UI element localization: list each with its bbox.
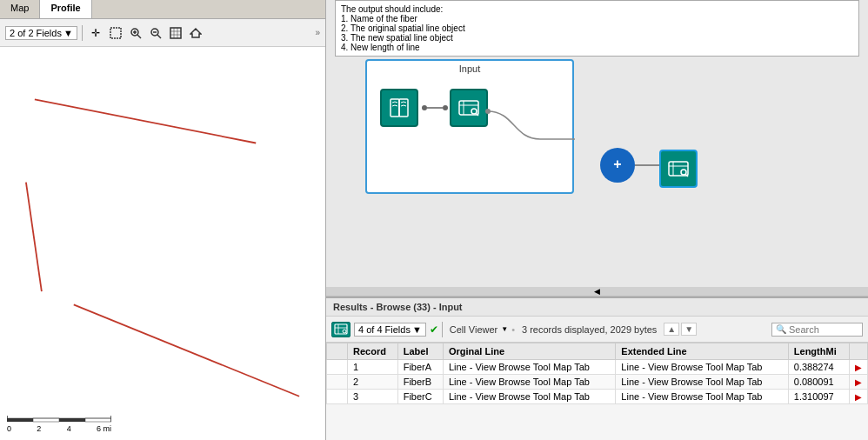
cell-viewer-arrow: ▼	[501, 325, 508, 333]
cell-original-2: Line - View Browse Tool Map Tab	[443, 375, 615, 390]
cell-length-2: 0.080091	[788, 375, 849, 390]
svg-line-6	[157, 35, 161, 38]
sort-buttons: ▲ ▼	[664, 323, 697, 336]
col-header-label[interactable]: Label	[397, 343, 443, 360]
cell-label-2: FiberB	[397, 375, 443, 390]
cell-label-3: FiberC	[397, 390, 443, 404]
main-container: Map Profile 2 of 2 Fields ▼ ✛	[0, 0, 868, 440]
scale-bar: 0 2 4 6 mi	[7, 411, 111, 433]
home-icon	[190, 27, 202, 39]
browse1-icon	[457, 96, 481, 120]
results-table: Record Label Orginal Line Extended Line …	[326, 343, 868, 404]
select-tool-button[interactable]	[107, 24, 124, 42]
input-group-box: Input	[365, 59, 574, 194]
svg-rect-8	[170, 28, 181, 38]
cell-record-1: 1	[348, 360, 398, 375]
home-button[interactable]	[187, 24, 204, 42]
fields-dropdown-arrow: ▼	[412, 324, 422, 335]
search-icon: 🔍	[776, 324, 786, 334]
svg-point-32	[485, 109, 491, 114]
text-line-5: 4. New length of line	[341, 43, 853, 52]
cell-extended-1: Line - View Browse Tool Map Tab	[616, 360, 788, 375]
input-box-label: Input	[367, 61, 572, 77]
sort-down-button[interactable]: ▼	[681, 323, 697, 336]
search-input[interactable]	[789, 324, 858, 335]
zoom-in-button[interactable]	[127, 24, 144, 42]
left-panel: Map Profile 2 of 2 Fields ▼ ✛	[0, 0, 326, 440]
chevron-down-icon: ▼	[63, 28, 73, 38]
cell-record-3: 3	[348, 390, 398, 404]
cell-extended-3: Line - View Browse Tool Map Tab	[616, 390, 788, 404]
table-row: 3 FiberC Line - View Browse Tool Map Tab…	[327, 390, 868, 404]
text-line-4: 3. The new spatial line object	[341, 33, 853, 43]
cell-viewer-label: Cell Viewer	[450, 324, 497, 335]
svg-marker-13	[190, 29, 201, 37]
collapse-button[interactable]: »	[315, 28, 320, 37]
records-info: 3 records displayed, 2029 bytes	[522, 324, 657, 335]
collapse-arrow-icon: ◀	[594, 287, 600, 296]
cell-record-2: 2	[348, 375, 398, 390]
scale-bar-svg	[7, 411, 111, 423]
full-extent-button[interactable]	[167, 24, 184, 42]
tab-profile[interactable]: Profile	[40, 0, 91, 18]
results-toolbar: 4 of 4 Fields ▼ ✔ Cell Viewer ▼ • 3 reco…	[326, 317, 868, 343]
zoom-out-button[interactable]	[147, 24, 164, 42]
cell-length-1: 0.388274	[788, 360, 849, 375]
sort-up-button[interactable]: ▲	[664, 323, 679, 336]
bullet-sep: •	[511, 324, 515, 335]
output-text-box: The output should include: 1. Name of th…	[335, 0, 859, 57]
node-union-circle[interactable]: +	[600, 148, 635, 183]
row-indicator-2	[327, 375, 348, 390]
row-indicator-1	[327, 360, 348, 375]
fields-selector[interactable]: 2 of 2 Fields ▼	[5, 26, 77, 40]
cell-arrow-2: ▶	[850, 375, 868, 390]
node-browse-2[interactable]	[659, 150, 698, 188]
book-icon	[387, 96, 411, 120]
cell-original-1: Line - View Browse Tool Map Tab	[443, 360, 615, 375]
select-icon	[110, 27, 122, 39]
map-svg	[0, 47, 325, 440]
results-fields-label: 4 of 4 Fields	[358, 324, 411, 335]
col-header-indicator	[327, 343, 348, 360]
map-area: 0 2 4 6 mi	[0, 47, 325, 440]
col-header-record[interactable]: Record	[348, 343, 398, 360]
col-header-extended[interactable]: Extended Line	[616, 343, 788, 360]
svg-point-41	[343, 330, 346, 333]
results-title: Results - Browse (33) - Input	[326, 298, 868, 317]
svg-rect-18	[7, 418, 33, 422]
browse-tool-icon	[331, 322, 351, 337]
table-body: 1 FiberA Line - View Browse Tool Map Tab…	[327, 360, 868, 404]
search-box: 🔍	[771, 323, 863, 337]
node-book[interactable]	[380, 89, 418, 127]
table-row: 1 FiberA Line - View Browse Tool Map Tab…	[327, 360, 868, 375]
add-tool-button[interactable]: ✛	[87, 24, 104, 42]
col-header-length[interactable]: LengthMi	[788, 343, 849, 360]
svg-rect-20	[59, 418, 85, 422]
full-extent-icon	[170, 27, 182, 39]
results-fields-selector[interactable]: 4 of 4 Fields ▼	[354, 323, 426, 337]
collapse-handle[interactable]: ◀	[326, 287, 868, 297]
cell-length-3: 1.310097	[788, 390, 849, 404]
text-line-3: 2. The original spatial line object	[341, 23, 853, 33]
scale-label-0: 0	[7, 424, 11, 433]
table-container: Record Label Orginal Line Extended Line …	[326, 343, 868, 440]
scale-label-6mi: 6 mi	[97, 424, 111, 433]
node-browse-1[interactable]	[450, 89, 488, 127]
svg-rect-21	[85, 418, 111, 422]
checkmark-icon: ✔	[430, 323, 438, 336]
browse2-icon	[666, 157, 691, 181]
tab-map[interactable]: Map	[0, 0, 40, 18]
svg-rect-0	[110, 28, 121, 38]
cell-label-1: FiberA	[397, 360, 443, 375]
results-panel: Results - Browse (33) - Input 4 of 4 Fie…	[326, 297, 868, 440]
connector-curve	[488, 87, 575, 157]
scale-label-2: 2	[37, 424, 41, 433]
connector-book-browse	[422, 106, 448, 110]
text-line-1: The output should include:	[341, 4, 853, 14]
toolbar-sep-2	[442, 322, 443, 337]
col-header-original[interactable]: Orginal Line	[443, 343, 615, 360]
cell-arrow-3: ▶	[850, 390, 868, 404]
left-toolbar: 2 of 2 Fields ▼ ✛	[0, 19, 325, 47]
scale-label-4: 4	[67, 424, 71, 433]
col-header-extra	[850, 343, 868, 360]
